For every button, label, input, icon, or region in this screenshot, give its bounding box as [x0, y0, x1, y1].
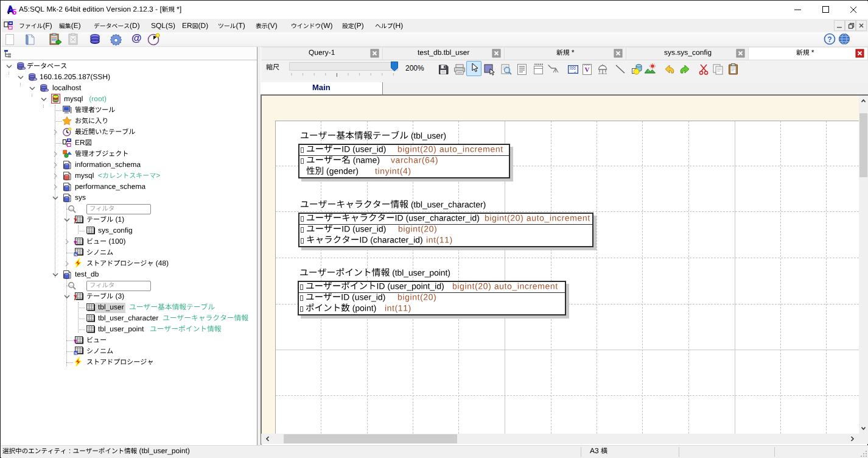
- svg-text:N: N: [74, 253, 77, 256]
- svg-text:V: V: [585, 66, 590, 73]
- svg-text:?: ?: [827, 35, 831, 44]
- svg-text:N: N: [74, 351, 77, 355]
